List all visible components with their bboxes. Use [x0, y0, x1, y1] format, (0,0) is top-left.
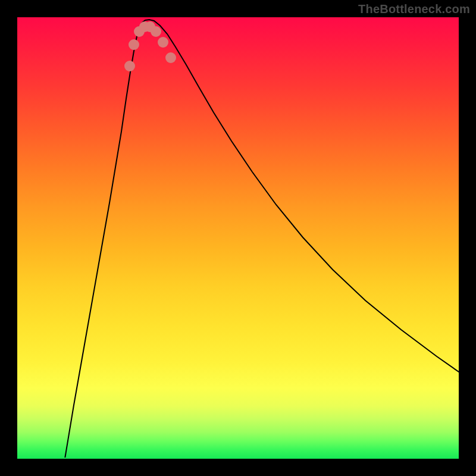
marker-group	[124, 21, 176, 71]
plot-area	[17, 17, 459, 459]
chart-frame: TheBottleneck.com	[0, 0, 476, 476]
bottleneck-curve	[65, 20, 459, 459]
curve-marker	[124, 61, 135, 71]
watermark-text: TheBottleneck.com	[358, 2, 470, 16]
curve-marker	[165, 52, 176, 63]
curve-marker	[158, 37, 168, 48]
curve-marker	[129, 39, 139, 50]
curve-marker	[151, 26, 161, 37]
curve-svg	[17, 17, 459, 459]
plot-bottom-edge	[17, 458, 459, 459]
